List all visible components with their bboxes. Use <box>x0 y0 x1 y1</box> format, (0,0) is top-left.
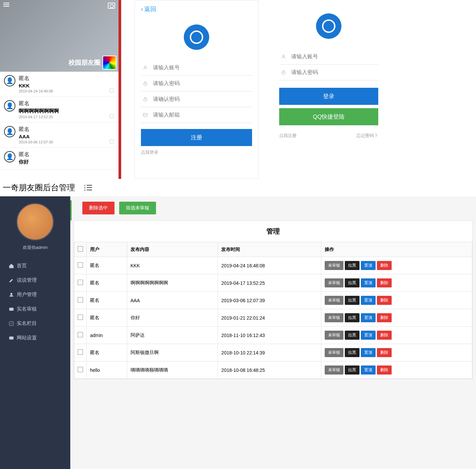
top-button[interactable]: 置顶 <box>361 296 376 305</box>
svg-rect-7 <box>9 308 13 311</box>
qq-login-button[interactable]: QQ快捷登陆 <box>279 108 378 125</box>
svg-point-4 <box>283 55 284 57</box>
row-checkbox[interactable] <box>78 262 83 268</box>
delete-selected-button[interactable]: 删除选中 <box>82 202 114 214</box>
table-row: 匿名 阿斯顿撒旦啊 2018-10-10 22:14:39 未审核 拉黑 置顶 … <box>74 344 472 361</box>
menu-icon[interactable] <box>3 3 9 9</box>
feed-time: 2019-04-17 13:52:25 <box>19 115 114 119</box>
sidebar-item-label: 用户管理 <box>17 291 37 298</box>
list-icon[interactable] <box>84 185 92 191</box>
account-input[interactable] <box>153 65 251 71</box>
blacklist-button[interactable]: 拉黑 <box>345 365 360 375</box>
delete-button[interactable]: 删除 <box>377 348 392 357</box>
row-checkbox[interactable] <box>78 367 83 372</box>
top-button[interactable]: 置顶 <box>361 313 376 322</box>
sidebar-item-card[interactable]: 网站设置 <box>0 331 70 345</box>
cell-time: 2019-04-17 13:52:25 <box>218 274 321 292</box>
cell-time: 2018-10-08 16:48:25 <box>218 361 321 379</box>
row-checkbox[interactable] <box>78 280 83 285</box>
svg-rect-9 <box>9 337 13 339</box>
cell-content: 你好 <box>127 309 218 327</box>
blacklist-button[interactable]: 拉黑 <box>345 313 360 322</box>
cell-user: hello <box>87 361 127 379</box>
cell-time: 2019-04-24 16:48:08 <box>218 257 321 274</box>
back-link[interactable]: ‹ 返回 <box>141 0 252 18</box>
row-checkbox[interactable] <box>78 315 83 320</box>
camera-icon[interactable] <box>108 3 115 9</box>
password-input[interactable] <box>153 80 251 86</box>
blacklist-button[interactable]: 拉黑 <box>345 261 360 270</box>
top-button[interactable]: 置顶 <box>361 331 376 340</box>
delete-button[interactable]: 删除 <box>377 278 392 287</box>
sidebar-item-user[interactable]: 用户管理 <box>0 287 70 302</box>
cell-content: AAA <box>127 292 218 309</box>
feed-item[interactable]: 👤 匿名 啊啊啊啊啊啊啊啊 2019-04-17 13:52:25 <box>0 97 118 123</box>
forgot-password-link[interactable]: 忘记密码？ <box>356 133 378 139</box>
unaudit-button[interactable]: 未审核 <box>325 365 343 375</box>
blacklist-button[interactable]: 拉黑 <box>345 348 360 357</box>
feed-time: 2019-04-24 16:48:08 <box>19 89 114 93</box>
row-checkbox[interactable] <box>78 332 83 337</box>
blacklist-button[interactable]: 拉黑 <box>345 278 360 287</box>
delete-button[interactable]: 删除 <box>377 261 392 270</box>
top-button[interactable]: 置顶 <box>361 261 376 270</box>
row-checkbox[interactable] <box>78 349 83 355</box>
filter-unaudited-button[interactable]: 筛选未审核 <box>119 202 156 214</box>
header-ops: 操作 <box>321 242 472 257</box>
delete-button[interactable]: 删除 <box>377 296 392 305</box>
blacklist-button[interactable]: 拉黑 <box>345 331 360 340</box>
top-button[interactable]: 置顶 <box>361 348 376 357</box>
login-password-input[interactable] <box>291 69 377 75</box>
delete-button[interactable]: 删除 <box>377 313 392 322</box>
delete-button[interactable]: 删除 <box>377 365 392 375</box>
unaudit-button[interactable]: 未审核 <box>325 313 343 322</box>
top-button[interactable]: 置顶 <box>361 365 376 375</box>
unaudit-button[interactable]: 未审核 <box>325 348 343 357</box>
confirm-password-input[interactable] <box>153 96 251 102</box>
email-input[interactable] <box>153 112 251 118</box>
unaudit-button[interactable]: 未审核 <box>325 261 343 270</box>
cell-user: admin <box>87 327 127 344</box>
cell-time: 2018-10-10 22:14:39 <box>218 344 321 361</box>
register-panel: ‹ 返回 注册 点我登录 <box>135 0 258 179</box>
blacklist-button[interactable]: 拉黑 <box>345 296 360 305</box>
feed-checkbox[interactable] <box>110 139 114 143</box>
feed-checkbox[interactable] <box>110 114 114 118</box>
sidebar-item-check[interactable]: 实名栏目 <box>0 316 70 331</box>
svg-rect-3 <box>143 113 147 116</box>
feed-list: 👤 匿名 KKK 2019-04-24 16:48:08 👤 匿名 啊啊啊啊啊啊… <box>0 72 118 170</box>
feed-content: AAA <box>19 134 114 139</box>
delete-button[interactable]: 删除 <box>377 331 392 340</box>
sidebar: 欢迎你admin 首页说说管理用户管理实名审核实名栏目网站设置 <box>0 196 70 469</box>
unaudit-button[interactable]: 未审核 <box>325 331 343 340</box>
user-icon <box>9 292 14 297</box>
avatar-icon: 👤 <box>4 75 15 86</box>
main-area: 删除选中 筛选未审核 管理 用户 发布内容 发布时间 操作 匿名 KKK 201… <box>70 196 476 469</box>
feed-item[interactable]: 👤 匿名 AAA 2019-03-06 12:07:39 <box>0 123 118 148</box>
cell-content: 啊啊啊啊啊啊啊啊 <box>127 274 218 292</box>
login-account-input[interactable] <box>291 54 377 60</box>
feed-checkbox[interactable] <box>110 88 114 92</box>
feed-item[interactable]: 👤 匿名 你好 <box>0 148 118 170</box>
sidebar-item-home[interactable]: 首页 <box>0 259 70 273</box>
login-panel: 登录 QQ快捷登陆 点我注册 忘记密码？ <box>279 0 379 179</box>
login-button[interactable]: 登录 <box>279 88 378 105</box>
sidebar-item-card[interactable]: 实名审核 <box>0 302 70 316</box>
unaudit-button[interactable]: 未审核 <box>325 296 343 305</box>
row-checkbox[interactable] <box>78 297 83 303</box>
data-table: 用户 发布内容 发布时间 操作 匿名 KKK 2019-04-24 16:48:… <box>74 242 472 379</box>
cell-user: 匿名 <box>87 257 127 274</box>
login-link[interactable]: 点我登录 <box>141 149 158 155</box>
table-row: 匿名 AAA 2019-03-06 12:07:39 未审核 拉黑 置顶 删除 <box>74 292 472 309</box>
register-link[interactable]: 点我注册 <box>279 133 297 139</box>
top-button[interactable]: 置顶 <box>361 278 376 287</box>
header-checkbox[interactable] <box>74 242 87 257</box>
user-icon <box>142 65 148 71</box>
feed-time: 2019-03-06 12:07:39 <box>19 140 114 144</box>
feed-item[interactable]: 👤 匿名 KKK 2019-04-24 16:48:08 <box>0 72 118 97</box>
sidebar-item-label: 网站设置 <box>17 335 37 341</box>
unaudit-button[interactable]: 未审核 <box>325 278 343 287</box>
sidebar-item-edit[interactable]: 说说管理 <box>0 273 70 287</box>
register-button[interactable]: 注册 <box>141 129 252 146</box>
admin-title: 一奇朋友圈后台管理 <box>3 182 75 193</box>
